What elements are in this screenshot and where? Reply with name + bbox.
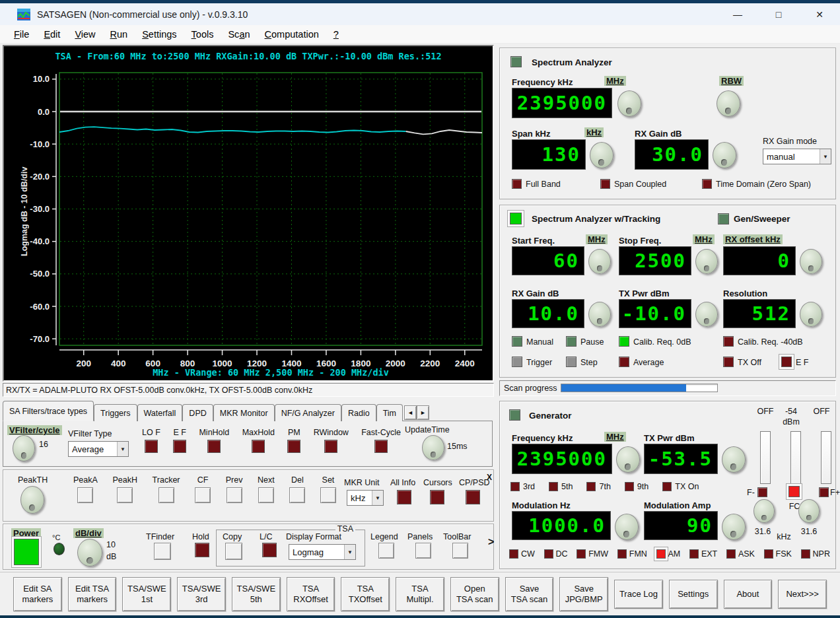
peak-th-knob[interactable] (20, 486, 44, 514)
tab-scroll-right-icon[interactable]: ► (417, 405, 429, 420)
ext-checkbox[interactable] (689, 549, 699, 559)
spectrum-analyzer-checkbox[interactable] (510, 56, 522, 67)
gen-frequency-display[interactable]: 2395000 (512, 444, 612, 474)
ask-checkbox[interactable] (726, 549, 736, 559)
generator-checkbox[interactable] (509, 409, 520, 421)
full-band-checkbox[interactable] (512, 179, 522, 189)
fc-checkbox[interactable] (788, 486, 800, 497)
tab-sa-filters-trace-types[interactable]: SA Filters/trace types (3, 401, 94, 421)
trigger-checkbox[interactable] (512, 357, 522, 367)
tab-tim[interactable]: Tim (376, 404, 403, 421)
peakh-button[interactable] (117, 487, 133, 503)
npr-checkbox[interactable] (801, 549, 810, 559)
menu-scan[interactable]: Scan (221, 27, 257, 42)
power-button[interactable] (14, 539, 39, 565)
cf-button[interactable] (195, 487, 211, 503)
menu-run[interactable]: Run (103, 27, 135, 42)
menu-file[interactable]: File (7, 27, 36, 42)
tracking-checkbox[interactable] (510, 213, 522, 224)
f-minus-knob[interactable] (753, 499, 775, 523)
plot-canvas[interactable]: 10.00.0-10.0-20.0-30.0-40.0-50.0-60.0-70… (4, 46, 493, 380)
menu-view[interactable]: View (67, 27, 102, 42)
next-button[interactable] (258, 487, 274, 503)
all-info-checkbox[interactable] (397, 490, 411, 504)
tracker-button[interactable] (158, 487, 174, 503)
button-next[interactable]: Next>>> (778, 580, 827, 609)
button-save-tsa-scan[interactable]: SaveTSA scan (505, 577, 554, 611)
rx-offset-display[interactable]: 0 (723, 246, 796, 275)
db-div-label[interactable]: dB/div (73, 528, 104, 538)
minhold-indicator[interactable] (207, 440, 221, 453)
frequency-knob[interactable] (617, 90, 641, 117)
menu-computation[interactable]: Computation (258, 27, 326, 42)
fmn-checkbox[interactable] (617, 549, 627, 559)
span-unit-button[interactable]: kHz (584, 127, 604, 137)
trk-rx-gain-knob[interactable] (588, 302, 611, 327)
vfilter-type-select[interactable]: Average ▼ (68, 441, 129, 457)
manual-checkbox[interactable] (512, 336, 522, 347)
close-icon[interactable]: ✕ (799, 3, 840, 25)
mkr-unit-select[interactable]: kHz ▼ (347, 490, 384, 506)
gen-frequency-unit-button[interactable]: MHz (604, 432, 626, 442)
maxhold-indicator[interactable] (252, 440, 265, 453)
lo-f-indicator[interactable] (145, 440, 158, 453)
tfinder-button[interactable] (154, 543, 171, 560)
tab-triggers[interactable]: Triggers (94, 404, 137, 421)
resolution-display[interactable]: 512 (723, 299, 796, 328)
panels-button[interactable] (415, 543, 431, 559)
rbw-knob[interactable] (717, 90, 740, 117)
tx-on-checkbox[interactable] (662, 482, 672, 491)
button-tsa-multipl[interactable]: TSAMultipl. (396, 577, 444, 611)
marker-panel-close-icon[interactable]: X (487, 473, 492, 482)
stop-freq-display[interactable]: 2500 (619, 246, 691, 275)
modulation-hz-display[interactable]: 1000.0 (512, 511, 611, 540)
rwindow-indicator[interactable] (324, 440, 337, 453)
button-tsa-swe-3rd[interactable]: TSA/SWE3rd (177, 577, 226, 611)
button-settings[interactable]: Settings (669, 580, 718, 609)
start-freq-display[interactable]: 60 (512, 246, 584, 275)
gen-tx-pwr-knob[interactable] (722, 446, 746, 473)
stop-freq-unit-button[interactable]: MHz (693, 234, 715, 244)
ef-checkbox[interactable] (781, 357, 792, 367)
f-plus-checkbox[interactable] (819, 487, 829, 497)
f-minus-checkbox[interactable] (757, 487, 767, 497)
legend-button[interactable] (378, 543, 394, 559)
rbw-label[interactable]: RBW (719, 76, 744, 86)
menu-tools[interactable]: Tools (184, 27, 221, 42)
rx-gain-knob[interactable] (713, 142, 736, 168)
vfilter-cycle-knob[interactable] (13, 435, 35, 462)
tab-scroll-left-icon[interactable]: ◄ (404, 405, 417, 420)
pause-checkbox[interactable] (566, 336, 577, 347)
prev-button[interactable] (227, 487, 242, 503)
stop-freq-knob[interactable] (695, 249, 718, 274)
average-checkbox[interactable] (619, 357, 629, 367)
vfilter-cycle-label[interactable]: VFilter/cycle (7, 425, 62, 435)
step-checkbox[interactable] (566, 357, 577, 367)
del-button[interactable] (289, 487, 305, 503)
pm-indicator[interactable] (287, 440, 300, 453)
button-open-tsa-scan[interactable]: OpenTSA scan (450, 577, 499, 611)
hold-checkbox[interactable] (195, 543, 209, 557)
7th-checkbox[interactable] (586, 482, 596, 491)
calib-0db-checkbox[interactable] (619, 336, 629, 347)
chevron-down-icon[interactable]: ▼ (372, 491, 383, 505)
chevron-down-icon[interactable]: ▼ (344, 545, 355, 559)
fsk-checkbox[interactable] (764, 549, 773, 559)
tab-dpd[interactable]: DPD (182, 404, 213, 421)
calib-40db-checkbox[interactable] (723, 336, 734, 347)
tx-pwr-knob[interactable] (695, 302, 718, 327)
span-display[interactable]: 130 (512, 139, 586, 170)
peaka-button[interactable] (77, 487, 93, 503)
tab-radio[interactable]: Radio (341, 404, 376, 421)
update-time-knob[interactable] (422, 435, 444, 460)
rx-gain-mode-select[interactable]: manual ▼ (763, 149, 831, 164)
am-checkbox[interactable] (656, 549, 666, 559)
5th-checkbox[interactable] (549, 482, 558, 491)
cursors-checkbox[interactable] (430, 490, 444, 504)
display-format-select[interactable]: Logmag ▼ (289, 544, 356, 560)
fmw-checkbox[interactable] (577, 549, 586, 559)
lc-checkbox[interactable] (262, 543, 277, 557)
start-freq-knob[interactable] (588, 249, 611, 274)
gen-tx-pwr-display[interactable]: -53.5 (644, 444, 718, 474)
button-tsa-txoffset[interactable]: TSATXOffset (341, 577, 390, 611)
